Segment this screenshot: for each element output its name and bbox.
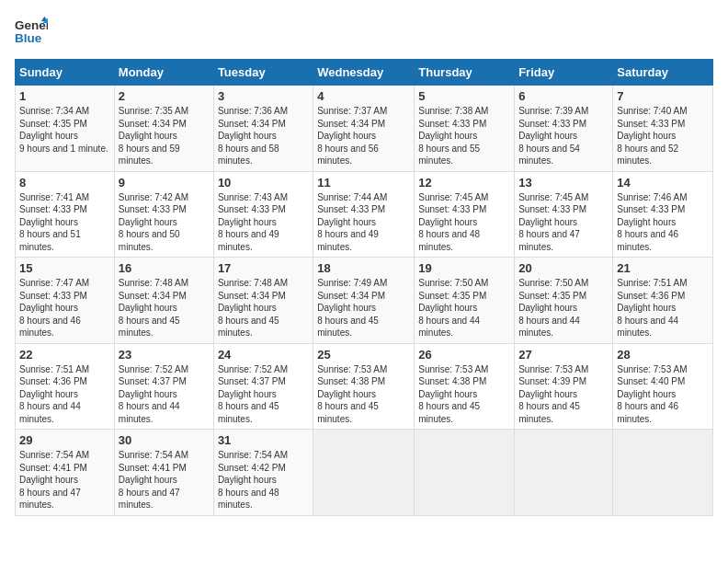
cell-info: Sunrise: 7:53 AMSunset: 4:38 PMDaylight … [418, 363, 510, 426]
calendar-header-row: SundayMondayTuesdayWednesdayThursdayFrid… [16, 60, 713, 86]
cell-info: Sunrise: 7:52 AMSunset: 4:37 PMDaylight … [119, 363, 210, 426]
calendar-week-row: 15Sunrise: 7:47 AMSunset: 4:33 PMDayligh… [16, 258, 713, 344]
cell-info: Sunrise: 7:36 AMSunset: 4:34 PMDaylight … [218, 105, 309, 167]
day-number: 2 [119, 89, 210, 103]
cell-info: Sunrise: 7:42 AMSunset: 4:33 PMDaylight … [119, 191, 210, 254]
calendar-cell: 24Sunrise: 7:52 AMSunset: 4:37 PMDayligh… [213, 343, 313, 430]
calendar-cell: 17Sunrise: 7:48 AMSunset: 4:34 PMDayligh… [213, 258, 313, 344]
day-number: 29 [19, 433, 110, 447]
calendar-table: SundayMondayTuesdayWednesdayThursdayFrid… [15, 59, 713, 516]
calendar-cell: 16Sunrise: 7:48 AMSunset: 4:34 PMDayligh… [114, 258, 213, 344]
cell-info: Sunrise: 7:41 AMSunset: 4:33 PMDaylight … [19, 191, 110, 254]
cell-info: Sunrise: 7:51 AMSunset: 4:36 PMDaylight … [617, 277, 709, 339]
calendar-cell: 5Sunrise: 7:38 AMSunset: 4:33 PMDaylight… [415, 86, 515, 172]
cell-info: Sunrise: 7:35 AMSunset: 4:34 PMDaylight … [119, 105, 210, 167]
calendar-cell: 29Sunrise: 7:54 AMSunset: 4:41 PMDayligh… [16, 430, 115, 516]
day-number: 6 [518, 89, 609, 103]
day-number: 27 [518, 348, 609, 362]
day-number: 23 [119, 348, 210, 362]
calendar-week-row: 22Sunrise: 7:51 AMSunset: 4:36 PMDayligh… [16, 343, 713, 430]
col-header-friday: Friday [515, 60, 613, 86]
col-header-thursday: Thursday [415, 60, 515, 86]
calendar-cell [313, 430, 415, 516]
day-number: 13 [518, 176, 609, 190]
day-number: 3 [218, 89, 309, 103]
day-number: 4 [317, 89, 410, 103]
calendar-cell: 26Sunrise: 7:53 AMSunset: 4:38 PMDayligh… [415, 343, 515, 430]
calendar-cell: 6Sunrise: 7:39 AMSunset: 4:33 PMDaylight… [515, 86, 613, 172]
calendar-cell: 18Sunrise: 7:49 AMSunset: 4:34 PMDayligh… [313, 258, 415, 344]
col-header-sunday: Sunday [16, 60, 115, 86]
calendar-cell: 9Sunrise: 7:42 AMSunset: 4:33 PMDaylight… [114, 171, 213, 258]
calendar-cell: 13Sunrise: 7:45 AMSunset: 4:33 PMDayligh… [515, 171, 613, 258]
day-number: 5 [418, 89, 510, 103]
calendar-week-row: 29Sunrise: 7:54 AMSunset: 4:41 PMDayligh… [16, 430, 713, 516]
day-number: 21 [617, 261, 709, 275]
day-number: 30 [119, 433, 210, 447]
cell-info: Sunrise: 7:54 AMSunset: 4:41 PMDaylight … [19, 449, 110, 511]
calendar-cell: 21Sunrise: 7:51 AMSunset: 4:36 PMDayligh… [613, 258, 713, 344]
cell-info: Sunrise: 7:51 AMSunset: 4:36 PMDaylight … [19, 363, 110, 426]
calendar-cell: 10Sunrise: 7:43 AMSunset: 4:33 PMDayligh… [213, 171, 313, 258]
calendar-cell: 19Sunrise: 7:50 AMSunset: 4:35 PMDayligh… [415, 258, 515, 344]
day-number: 26 [418, 348, 510, 362]
cell-info: Sunrise: 7:48 AMSunset: 4:34 PMDaylight … [119, 277, 210, 339]
day-number: 19 [418, 261, 510, 275]
calendar-cell: 28Sunrise: 7:53 AMSunset: 4:40 PMDayligh… [613, 343, 713, 430]
calendar-cell: 31Sunrise: 7:54 AMSunset: 4:42 PMDayligh… [213, 430, 313, 516]
calendar-cell: 15Sunrise: 7:47 AMSunset: 4:33 PMDayligh… [16, 258, 115, 344]
cell-info: Sunrise: 7:53 AMSunset: 4:39 PMDaylight … [518, 363, 609, 426]
day-number: 20 [518, 261, 609, 275]
day-number: 24 [218, 348, 309, 362]
cell-info: Sunrise: 7:53 AMSunset: 4:38 PMDaylight … [317, 363, 410, 426]
calendar-cell: 4Sunrise: 7:37 AMSunset: 4:34 PMDaylight… [313, 86, 415, 172]
calendar-cell: 2Sunrise: 7:35 AMSunset: 4:34 PMDaylight… [114, 86, 213, 172]
cell-info: Sunrise: 7:38 AMSunset: 4:33 PMDaylight … [418, 105, 510, 167]
day-number: 7 [617, 89, 709, 103]
calendar-cell: 11Sunrise: 7:44 AMSunset: 4:33 PMDayligh… [313, 171, 415, 258]
day-number: 25 [317, 348, 410, 362]
cell-info: Sunrise: 7:37 AMSunset: 4:34 PMDaylight … [317, 105, 410, 167]
calendar-week-row: 8Sunrise: 7:41 AMSunset: 4:33 PMDaylight… [16, 171, 713, 258]
cell-info: Sunrise: 7:43 AMSunset: 4:33 PMDaylight … [218, 191, 309, 254]
cell-info: Sunrise: 7:45 AMSunset: 4:33 PMDaylight … [518, 191, 609, 254]
day-number: 14 [617, 176, 709, 190]
calendar-cell: 20Sunrise: 7:50 AMSunset: 4:35 PMDayligh… [515, 258, 613, 344]
day-number: 18 [317, 261, 410, 275]
calendar-cell: 14Sunrise: 7:46 AMSunset: 4:33 PMDayligh… [613, 171, 713, 258]
day-number: 31 [218, 433, 309, 447]
cell-info: Sunrise: 7:53 AMSunset: 4:40 PMDaylight … [617, 363, 709, 426]
calendar-week-row: 1Sunrise: 7:34 AMSunset: 4:35 PMDaylight… [16, 86, 713, 172]
day-number: 10 [218, 176, 309, 190]
cell-info: Sunrise: 7:50 AMSunset: 4:35 PMDaylight … [418, 277, 510, 339]
calendar-cell: 25Sunrise: 7:53 AMSunset: 4:38 PMDayligh… [313, 343, 415, 430]
day-number: 28 [617, 348, 709, 362]
calendar-cell: 12Sunrise: 7:45 AMSunset: 4:33 PMDayligh… [415, 171, 515, 258]
col-header-saturday: Saturday [613, 60, 713, 86]
logo-icon: General Blue [15, 15, 48, 48]
cell-info: Sunrise: 7:52 AMSunset: 4:37 PMDaylight … [218, 363, 309, 426]
cell-info: Sunrise: 7:48 AMSunset: 4:34 PMDaylight … [218, 277, 309, 339]
cell-info: Sunrise: 7:49 AMSunset: 4:34 PMDaylight … [317, 277, 410, 339]
calendar-cell: 3Sunrise: 7:36 AMSunset: 4:34 PMDaylight… [213, 86, 313, 172]
day-number: 16 [119, 261, 210, 275]
calendar-cell: 1Sunrise: 7:34 AMSunset: 4:35 PMDaylight… [16, 86, 115, 172]
col-header-wednesday: Wednesday [313, 60, 415, 86]
cell-info: Sunrise: 7:45 AMSunset: 4:33 PMDaylight … [418, 191, 510, 254]
cell-info: Sunrise: 7:44 AMSunset: 4:33 PMDaylight … [317, 191, 410, 254]
calendar-cell: 7Sunrise: 7:40 AMSunset: 4:33 PMDaylight… [613, 86, 713, 172]
logo: General Blue [15, 15, 48, 48]
col-header-monday: Monday [114, 60, 213, 86]
cell-info: Sunrise: 7:47 AMSunset: 4:33 PMDaylight … [19, 277, 110, 339]
day-number: 1 [19, 89, 110, 103]
cell-info: Sunrise: 7:54 AMSunset: 4:42 PMDaylight … [218, 449, 309, 511]
day-number: 11 [317, 176, 410, 190]
calendar-cell: 8Sunrise: 7:41 AMSunset: 4:33 PMDaylight… [16, 171, 115, 258]
svg-text:Blue: Blue [15, 31, 42, 45]
cell-info: Sunrise: 7:39 AMSunset: 4:33 PMDaylight … [518, 105, 609, 167]
day-number: 17 [218, 261, 309, 275]
col-header-tuesday: Tuesday [213, 60, 313, 86]
cell-info: Sunrise: 7:54 AMSunset: 4:41 PMDaylight … [119, 449, 210, 511]
cell-info: Sunrise: 7:46 AMSunset: 4:33 PMDaylight … [617, 191, 709, 254]
calendar-cell: 27Sunrise: 7:53 AMSunset: 4:39 PMDayligh… [515, 343, 613, 430]
